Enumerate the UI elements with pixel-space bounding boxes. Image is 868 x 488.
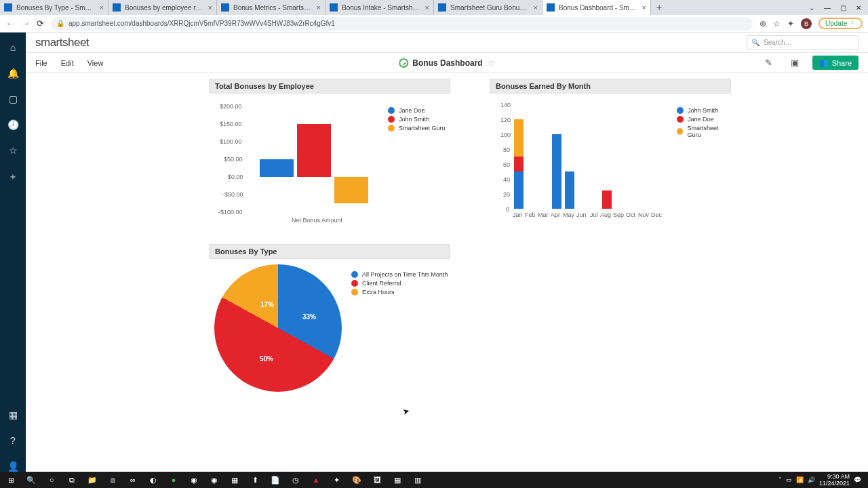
zoom-icon[interactable]: ⊕ (760, 19, 766, 28)
app-icon[interactable]: ⬆ (247, 473, 263, 487)
widget-total-bonuses[interactable]: Total Bonuses by Employee $200.00 $150.0… (209, 79, 450, 229)
volume-icon[interactable]: 🔊 (808, 476, 815, 483)
account-icon[interactable]: 👤 (7, 461, 19, 472)
cortana-icon[interactable]: ○ (43, 473, 60, 487)
url-input[interactable]: 🔒 app.smartsheet.com/dashboards/XRRQjcmV… (51, 17, 753, 30)
bookmark-star-icon[interactable]: ☆ (773, 19, 781, 28)
dropbox-icon[interactable]: ⧈ (104, 473, 121, 487)
wifi-icon[interactable]: 📶 (796, 476, 804, 483)
chevron-down-icon[interactable]: ⌄ (809, 4, 814, 12)
bar-jan-jane (514, 157, 524, 171)
chart-legend: All Projects on Time This Month Client R… (351, 271, 448, 298)
search-input[interactable]: 🔍 Search… (747, 35, 859, 50)
share-button[interactable]: 👥Share (812, 56, 859, 70)
home-icon[interactable]: ⌂ (10, 42, 16, 53)
new-tab-button[interactable]: + (651, 2, 667, 13)
back-button[interactable]: ← (5, 18, 14, 28)
menu-edit[interactable]: Edit (61, 59, 74, 67)
widget-title: Bonuses By Type (209, 244, 450, 259)
toolbar: File Edit View Bonus Dashboard ☆ ✎ ▣ 👥Sh… (26, 53, 868, 73)
bar-john-smith (297, 124, 331, 177)
dashboard-canvas: Total Bonuses by Employee $200.00 $150.0… (26, 73, 868, 472)
app-icon[interactable]: ◷ (288, 473, 304, 487)
taskview-icon[interactable]: ⧉ (64, 473, 80, 487)
chrome-icon[interactable]: ◉ (206, 473, 222, 487)
folder-icon[interactable]: ▢ (9, 94, 18, 104)
pie-chart: 33% 50% 17% All Projects on Time This Mo… (209, 259, 450, 401)
battery-icon[interactable]: ▭ (786, 476, 792, 483)
present-button[interactable]: ▣ (787, 55, 803, 71)
app-icon[interactable]: 🎨 (349, 473, 365, 487)
close-icon[interactable]: × (642, 3, 646, 12)
maximize-icon[interactable]: ▢ (840, 4, 846, 12)
chart-legend: John Smith Jane Doe Smartsheet Guru (677, 107, 731, 140)
tray-chevron-icon[interactable]: ˄ (778, 476, 782, 483)
browser-tab[interactable]: Smartsheet Guru Bonus Entry Fo× (434, 0, 542, 15)
address-bar: ← → ⟳ 🔒 app.smartsheet.com/dashboards/XR… (0, 15, 868, 33)
chart-legend: Jane Doe John Smith Smartsheet Guru (388, 107, 446, 134)
forward-button[interactable]: → (21, 18, 30, 28)
add-icon[interactable]: ＋ (8, 171, 18, 183)
browser-tab[interactable]: Bonus Intake - Smartsheet.com× (326, 0, 434, 15)
bar-may-john (565, 171, 574, 209)
search-icon[interactable]: 🔍 (23, 473, 39, 487)
browser-tab[interactable]: Bonus Metrics - Smartsheet.com× (217, 0, 326, 15)
app-icon[interactable]: ▦ (226, 473, 243, 487)
app-icon[interactable]: ● (165, 473, 182, 487)
mouse-cursor-icon: ➤ (401, 406, 410, 417)
app-icon[interactable]: 🖼 (369, 473, 385, 487)
close-icon[interactable]: × (425, 3, 429, 12)
notifications-icon[interactable]: 💬 (854, 476, 861, 483)
browser-tab[interactable]: Bonuses by employee report - S× (108, 0, 217, 15)
minimize-icon[interactable]: — (824, 4, 831, 12)
extensions-icon[interactable]: ✦ (787, 19, 794, 28)
favorites-icon[interactable]: ☆ (9, 145, 18, 156)
clock[interactable]: 9:30 AM 11/24/2021 (819, 473, 850, 487)
chrome-icon[interactable]: ◉ (186, 473, 202, 487)
brand-logo[interactable]: smartsheet (35, 36, 89, 49)
start-icon[interactable]: ⊞ (3, 473, 19, 487)
lock-icon: 🔒 (56, 20, 64, 27)
brand-bar: smartsheet 🔍 Search… (26, 33, 868, 53)
update-button[interactable]: Update ⋮ (818, 18, 863, 29)
app-icon[interactable]: ▦ (389, 473, 406, 487)
edit-button[interactable]: ✎ (761, 55, 777, 71)
explorer-icon[interactable]: 📁 (84, 473, 100, 487)
favorite-star-icon[interactable]: ☆ (487, 58, 495, 68)
app-icon[interactable]: ✦ (328, 473, 344, 487)
close-icon[interactable]: × (534, 3, 538, 12)
search-icon: 🔍 (751, 39, 760, 46)
pie-graphic (214, 264, 342, 392)
system-tray[interactable]: ˄ ▭ 📶 🔊 9:30 AM 11/24/2021 💬 (778, 473, 865, 487)
edge-icon[interactable]: ◐ (145, 473, 161, 487)
profile-avatar[interactable]: B (801, 18, 812, 29)
windows-taskbar[interactable]: ⊞ 🔍 ○ ⧉ 📁 ⧈ ∞ ◐ ● ◉ ◉ ▦ ⬆ 📄 ◷ ▲ ✦ 🎨 🖼 ▦ … (0, 472, 868, 488)
left-nav-rail: ⌂ 🔔 ▢ 🕘 ☆ ＋ ▦ ? 👤 (0, 33, 26, 472)
dashboard-icon (399, 58, 408, 68)
widget-bonuses-by-type[interactable]: Bonuses By Type 33% 50% 17% All Projects… (209, 244, 450, 401)
close-window-icon[interactable]: ✕ (856, 4, 861, 12)
stacked-bar-chart: 140 120 100 80 60 40 20 0 Jan Feb Mar Ap… (490, 94, 731, 229)
close-icon[interactable]: × (317, 3, 321, 12)
close-icon[interactable]: × (100, 3, 104, 12)
widget-bonuses-by-month[interactable]: Bonuses Earned By Month 140 120 100 80 6… (490, 79, 731, 229)
recents-icon[interactable]: 🕘 (7, 119, 19, 130)
app-icon[interactable]: 📄 (267, 473, 283, 487)
help-icon[interactable]: ? (10, 435, 16, 446)
acrobat-icon[interactable]: ▲ (308, 473, 324, 487)
apps-icon[interactable]: ▦ (9, 409, 18, 420)
page-title: Bonus Dashboard (412, 58, 482, 68)
bar-jan-john (514, 171, 524, 209)
menu-file[interactable]: File (35, 59, 47, 67)
app-icon[interactable]: ∞ (125, 473, 141, 487)
close-icon[interactable]: × (208, 3, 212, 12)
browser-tab[interactable]: Bonuses By Type - Smartsheet.co× (0, 0, 108, 15)
browser-tab-active[interactable]: Bonus Dashboard - Smartsheet× (542, 0, 651, 15)
menu-view[interactable]: View (87, 59, 104, 67)
reload-button[interactable]: ⟳ (37, 18, 44, 28)
bar-apr-john (552, 134, 561, 209)
bell-icon[interactable]: 🔔 (7, 68, 19, 79)
app-icon[interactable]: ▥ (410, 473, 426, 487)
bar-jane-doe (260, 159, 294, 177)
url-text: app.smartsheet.com/dashboards/XRRQjcmV5m… (68, 20, 335, 27)
